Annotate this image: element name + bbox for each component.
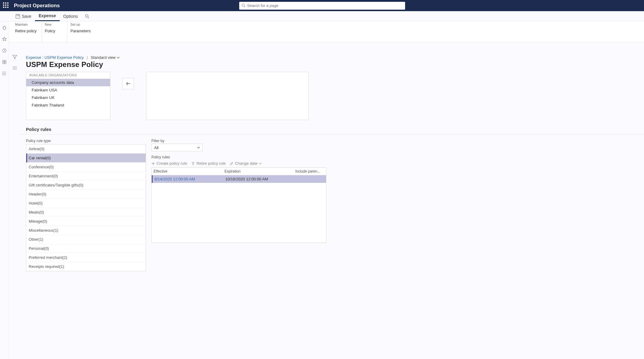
retire-policy-button[interactable]: Retire policy [15,29,37,33]
rule-types-column: Policy rule type: Airline(0)Car rental(0… [26,139,146,271]
trash-icon [191,162,195,165]
chevron-down-icon [197,147,200,148]
rule-type-item[interactable]: Airline(0) [26,145,146,154]
svg-point-8 [2,73,3,74]
policy-rules-label: Policy rules [151,155,326,159]
org-item[interactable]: Company accounts data [26,79,110,86]
tab-options-label: Options [63,14,78,19]
create-policy-rule-button[interactable]: Create policy rule [151,161,187,166]
rule-type-item[interactable]: Mileage(0) [26,217,146,226]
organizations-panel: AVAILABLE ORGANIZATIONS Company accounts… [21,71,644,120]
rule-type-item[interactable]: Gift certificates/Tangible gifts(0) [26,181,146,190]
svg-point-7 [2,71,3,72]
cell-include [294,175,326,183]
selected-orgs-box [146,72,309,120]
create-label: Create policy rule [157,161,187,166]
chevron-down-icon [117,57,120,59]
rule-type-item[interactable]: Header(0) [26,190,146,199]
save-label: Save [22,14,31,19]
svg-rect-4 [5,60,6,62]
orgs-header: AVAILABLE ORGANIZATIONS [26,72,110,77]
svg-point-0 [242,4,244,6]
org-item[interactable]: Fabrikam UK [26,94,110,101]
modules-icon[interactable] [2,71,7,76]
policy-rules-heading: Policy rules [21,120,644,134]
svg-rect-6 [5,62,6,64]
rule-type-item[interactable]: Meals(0) [26,208,146,217]
group-label-new: New [45,23,52,26]
change-date-button[interactable]: Change date [230,161,262,166]
ribbon-group-setup: Set up Parameters [68,21,96,42]
rule-type-label: Policy rule type: [26,139,146,143]
org-item[interactable]: Fabrikam Thailand [26,101,110,109]
move-left-button[interactable] [122,78,134,89]
filter-by-label: Filter by [151,139,326,143]
global-header: Project Operations Search for a page [0,0,644,11]
favorites-icon[interactable] [2,37,7,41]
cell-effective[interactable]: 9/14/2020 12:00:00 AM [153,175,224,183]
svg-rect-5 [3,62,4,64]
rule-type-item[interactable]: Entertainment(0) [26,172,146,181]
chevron-down-icon [259,163,262,164]
tab-expense[interactable]: Expense [35,11,60,21]
actionbar-search[interactable] [81,11,93,21]
retire-policy-rule-button[interactable]: Retire policy rule [191,161,226,166]
list-toggle-icon[interactable] [13,67,17,69]
svg-line-1 [244,6,245,8]
search-placeholder: Search for a page [247,3,278,8]
save-button[interactable]: Save [12,11,35,21]
tab-expense-label: Expense [39,13,56,18]
left-rail [0,11,9,359]
rule-type-item[interactable]: Hotel(0) [26,199,146,208]
rule-type-item[interactable]: Conference(0) [26,163,146,172]
ribbon-group-new: New Policy [42,21,68,42]
col-expiration[interactable]: Expiration [223,168,293,175]
global-search[interactable]: Search for a page [239,2,405,10]
svg-point-10 [85,14,88,17]
col-effective[interactable]: Effective [152,168,223,175]
breadcrumb-row: Expense : USPM Expense Policy | Standard… [21,53,644,60]
new-policy-button[interactable]: Policy [45,29,56,33]
plus-icon [151,162,155,165]
search-icon [242,4,246,8]
view-selector[interactable]: Standard view [91,55,120,60]
ribbon-group-maintain: Maintain Retire policy [12,21,42,42]
home-icon[interactable] [2,25,7,30]
product-title: Project Operations [14,3,60,9]
filter-icon[interactable] [12,55,17,61]
breadcrumb-link[interactable]: Expense : USPM Expense Policy [26,55,84,60]
grid-body: 9/14/2020 12:00:00 AM10/16/2020 12:00:00… [152,175,326,183]
change-date-label: Change date [235,161,257,166]
rules-column: Filter by All Policy rules Create policy… [151,139,326,243]
edit-icon [230,162,233,165]
ribbon: Maintain Retire policy New Policy Set up… [0,21,644,43]
recent-icon[interactable] [2,48,7,53]
cell-expiration: 10/16/2020 12:00:00 AM [224,175,294,183]
action-bar: Save Expense Options [0,11,644,21]
parameters-button[interactable]: Parameters [71,29,91,33]
rule-type-item[interactable]: Other(1) [26,235,146,244]
svg-line-11 [88,17,89,18]
rule-types-list: Airline(0)Car rental(0)Conference(0)Ente… [26,144,146,271]
rule-type-item[interactable]: Receipts required(1) [26,262,146,271]
grid-row[interactable]: 9/14/2020 12:00:00 AM10/16/2020 12:00:00… [152,175,326,183]
rule-type-item[interactable]: Preferred merchant(2) [26,253,146,262]
filter-by-select[interactable]: All [151,144,203,151]
rules-toolstrip: Create policy rule Retire policy rule Ch… [151,161,326,166]
page-title: USPM Expense Policy [21,60,644,71]
rule-type-item[interactable]: Miscellaneous(1) [26,226,146,235]
app-launcher-icon[interactable] [3,2,10,9]
org-item[interactable]: Fabrikam USA [26,86,110,94]
svg-point-9 [2,75,3,75]
available-orgs-box: AVAILABLE ORGANIZATIONS Company accounts… [26,72,110,120]
policy-rules-area: Policy rule type: Airline(0)Car rental(0… [21,135,644,280]
tab-options[interactable]: Options [60,11,81,21]
orgs-list: Company accounts dataFabrikam USAFabrika… [26,79,110,109]
group-label-setup: Set up [71,23,80,26]
policy-rules-grid: Effective Expiration Include paren... 9/… [151,167,326,243]
save-icon [16,14,20,18]
rule-type-item[interactable]: Car rental(0) [26,154,146,163]
workspaces-icon[interactable] [2,59,7,64]
col-include-parent[interactable]: Include paren... [293,168,326,175]
rule-type-item[interactable]: Personal(0) [26,244,146,253]
